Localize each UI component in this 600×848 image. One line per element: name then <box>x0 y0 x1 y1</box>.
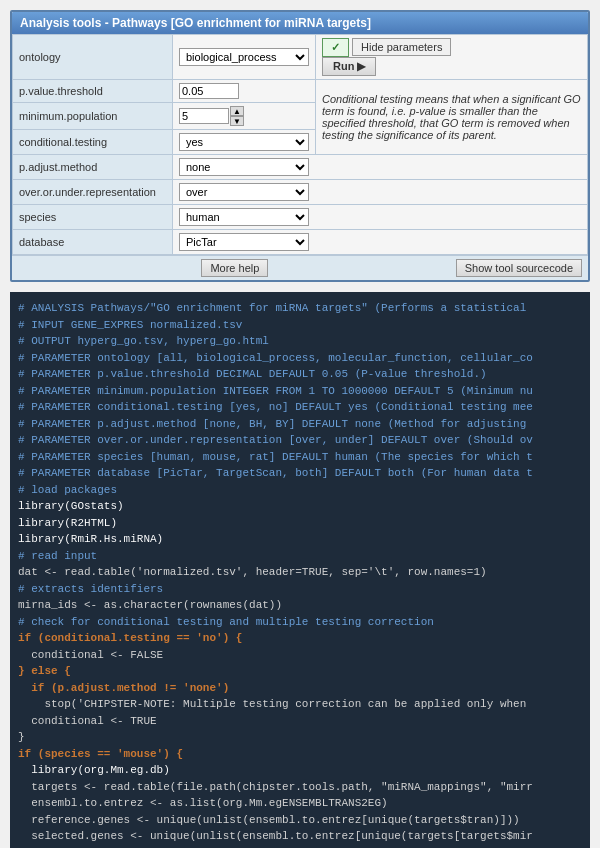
code-line: # load packages <box>18 482 582 499</box>
condtest-select[interactable]: yesno <box>179 133 309 151</box>
code-line: # PARAMETER over.or.under.representation… <box>18 432 582 449</box>
help-text: Conditional testing means that when a si… <box>316 80 588 155</box>
param-label-condtest: conditional.testing <box>13 130 173 155</box>
panel-title: Analysis tools - Pathways [GO enrichment… <box>12 12 588 34</box>
param-value-ontology[interactable]: biological_processmolecular_functioncell… <box>173 35 316 80</box>
param-label-minpop: minimum.population <box>13 103 173 130</box>
code-line: if (species == 'mouse') { <box>18 746 582 763</box>
param-value-database[interactable]: PicTarTargetScanboth <box>173 230 588 255</box>
ontology-select[interactable]: biological_processmolecular_functioncell… <box>179 48 309 66</box>
code-line: ensembl.to.entrez <- as.list(org.Mm.egEN… <box>18 795 582 812</box>
code-line: stop('CHIPSTER-NOTE: Multiple testing co… <box>18 696 582 713</box>
check-icon: ✓ <box>331 41 340 54</box>
code-line: reference.genes <- unique(unlist(ensembl… <box>18 812 582 829</box>
code-line: # PARAMETER minimum.population INTEGER F… <box>18 383 582 400</box>
code-line: # ANALYSIS Pathways/"GO enrichment for m… <box>18 300 582 317</box>
code-line: selected.genes <- unique(unlist(ensembl.… <box>18 828 582 845</box>
param-label-pvalue: p.value.threshold <box>13 80 173 103</box>
spinner-down[interactable]: ▼ <box>230 116 244 126</box>
p.adjust.method-select[interactable]: noneBHBY <box>179 158 309 176</box>
code-line: # PARAMETER p.value.threshold DECIMAL DE… <box>18 366 582 383</box>
species-select[interactable]: humanmouserat <box>179 208 309 226</box>
code-line: # PARAMETER ontology [all, biological_pr… <box>18 350 582 367</box>
code-line: mirna_ids <- as.character(rownames(dat)) <box>18 597 582 614</box>
param-value-p.adjust.method[interactable]: noneBHBY <box>173 155 588 180</box>
database-select[interactable]: PicTarTargetScanboth <box>179 233 309 251</box>
show-source-button[interactable]: Show tool sourcecode <box>456 259 582 277</box>
bottom-toolbar: More help Show tool sourcecode <box>12 255 588 280</box>
spinner-up[interactable]: ▲ <box>230 106 244 116</box>
analysis-panel: Analysis tools - Pathways [GO enrichment… <box>10 10 590 282</box>
code-line: # PARAMETER p.adjust.method [none, BH, B… <box>18 416 582 433</box>
params-table: ontology biological_processmolecular_fun… <box>12 34 588 255</box>
pvalue-input[interactable] <box>179 83 239 99</box>
code-line: library(R2HTML) <box>18 515 582 532</box>
code-line: } else { <box>18 663 582 680</box>
code-line: # PARAMETER database [PicTar, TargetScan… <box>18 465 582 482</box>
code-line: if (conditional.testing == 'no') { <box>18 630 582 647</box>
code-line: # INPUT GENE_EXPRES normalized.tsv <box>18 317 582 334</box>
code-line: # PARAMETER conditional.testing [yes, no… <box>18 399 582 416</box>
code-line: # read input <box>18 548 582 565</box>
param-label-database: database <box>13 230 173 255</box>
param-label-over.or.under.representation: over.or.under.representation <box>13 180 173 205</box>
hide-params-button[interactable]: Hide parameters <box>352 38 451 56</box>
code-line: # extracts identifiers <box>18 581 582 598</box>
code-line: library(RmiR.Hs.miRNA) <box>18 531 582 548</box>
code-line: } <box>18 729 582 746</box>
check-button[interactable]: ✓ <box>322 38 349 57</box>
code-area: # ANALYSIS Pathways/"GO enrichment for m… <box>10 292 590 848</box>
minpop-input[interactable] <box>179 108 229 124</box>
param-label-species: species <box>13 205 173 230</box>
param-value-over.or.under.representation[interactable]: overunder <box>173 180 588 205</box>
code-line: targets <- read.table(file.path(chipster… <box>18 779 582 796</box>
code-line: # check for conditional testing and mult… <box>18 614 582 631</box>
run-button[interactable]: Run ▶ <box>322 57 376 76</box>
code-line: conditional <- TRUE <box>18 713 582 730</box>
code-line: library(GOstats) <box>18 498 582 515</box>
param-value-species[interactable]: humanmouserat <box>173 205 588 230</box>
param-value-minpop[interactable]: ▲ ▼ <box>173 103 316 130</box>
over.or.under.representation-select[interactable]: overunder <box>179 183 309 201</box>
code-line: if (p.adjust.method != 'none') <box>18 680 582 697</box>
more-help-button[interactable]: More help <box>201 259 268 277</box>
param-value-condtest[interactable]: yesno <box>173 130 316 155</box>
code-line: # OUTPUT hyperg_go.tsv, hyperg_go.html <box>18 333 582 350</box>
code-line: dat <- read.table('normalized.tsv', head… <box>18 564 582 581</box>
code-line: conditional <- FALSE <box>18 647 582 664</box>
param-value-pvalue[interactable] <box>173 80 316 103</box>
code-line: library(org.Mm.eg.db) <box>18 762 582 779</box>
toolbar-buttons: ✓ Hide parameters Run ▶ <box>316 35 588 80</box>
param-label-ontology: ontology <box>13 35 173 80</box>
param-label-p.adjust.method: p.adjust.method <box>13 155 173 180</box>
code-line: # PARAMETER species [human, mouse, rat] … <box>18 449 582 466</box>
